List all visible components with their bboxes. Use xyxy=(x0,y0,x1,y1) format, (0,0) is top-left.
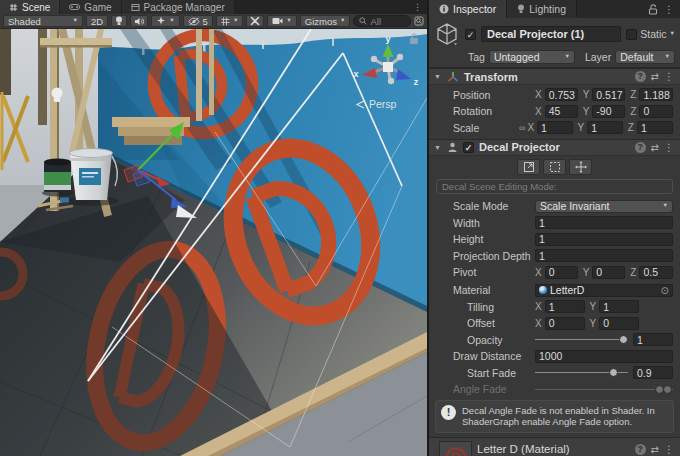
material-thumbnail[interactable] xyxy=(439,441,472,456)
foldout-icon[interactable]: ▼ xyxy=(433,144,442,151)
kebab-icon[interactable]: ⋮ xyxy=(664,142,674,153)
start-fade-slider[interactable] xyxy=(535,366,628,379)
offset-x-field[interactable]: 0 xyxy=(545,317,585,330)
width-field[interactable]: 1 xyxy=(535,216,673,229)
static-toggle[interactable]: Static ▼ xyxy=(626,28,675,40)
kebab-icon[interactable]: ⋮ xyxy=(664,71,674,82)
tab-lighting[interactable]: Lighting xyxy=(507,0,577,18)
scene-viewport[interactable]: y x z Persp xyxy=(0,29,427,456)
axis-z-label: Z xyxy=(630,89,636,100)
tag-value: Untagged xyxy=(494,51,561,63)
unity-editor-window: Scene Game Package Manager ⋮ Shaded ▼ 2D xyxy=(0,0,680,456)
object-picker-icon[interactable]: ⊙ xyxy=(661,285,669,296)
chevron-down-icon: ▼ xyxy=(670,31,675,37)
projection-depth-field[interactable]: 1 xyxy=(535,249,673,262)
kebab-icon[interactable]: ⋮ xyxy=(664,444,674,455)
gameobject-cube-icon[interactable] xyxy=(434,21,460,47)
preset-icon[interactable]: ⇄ xyxy=(651,71,659,82)
tab-game-label: Game xyxy=(84,2,111,13)
tab-inspector[interactable]: Inspector xyxy=(429,0,507,18)
pivot-x-field[interactable]: 0 xyxy=(545,266,578,279)
axis-y-label: Y xyxy=(590,301,597,312)
crop-edit-mode-button[interactable] xyxy=(543,159,566,175)
preset-icon[interactable]: ⇄ xyxy=(651,444,659,455)
tab-scene[interactable]: Scene xyxy=(0,0,60,14)
gizmos-dropdown[interactable]: Gizmos ▼ xyxy=(300,15,351,27)
chevron-down-icon: ▼ xyxy=(169,18,174,24)
scale-mode-dropdown[interactable]: Scale Invariant ▼ xyxy=(535,200,673,213)
angle-fade-slider xyxy=(535,383,673,396)
tab-inspector-label: Inspector xyxy=(453,3,496,15)
gameobject-name-field[interactable]: Decal Projector (1) xyxy=(481,26,621,42)
pivot-z-field[interactable]: 0.5 xyxy=(639,266,673,279)
scale-edit-mode-button[interactable] xyxy=(517,159,540,175)
axis-y-label: Y xyxy=(583,106,590,117)
light-bulb-icon xyxy=(517,4,525,14)
help-icon[interactable]: ? xyxy=(635,142,646,153)
height-field[interactable]: 1 xyxy=(535,233,673,246)
search-window-icon[interactable] xyxy=(414,16,424,26)
pivot-edit-mode-button[interactable] xyxy=(569,159,592,175)
help-icon[interactable]: ? xyxy=(635,444,646,455)
tab-package-manager[interactable]: Package Manager xyxy=(122,0,235,14)
gameobject-header: ✓ Decal Projector (1) Static ▼ Tag Untag… xyxy=(429,18,680,68)
material-row: Material LetterD ⊙ xyxy=(453,284,673,297)
scene-grid-dropdown[interactable]: ▼ xyxy=(216,15,243,27)
search-icon xyxy=(359,17,367,25)
scene-tools-button[interactable] xyxy=(246,15,264,27)
layer-dropdown[interactable]: Default ▼ xyxy=(615,50,675,64)
material-object-field[interactable]: LetterD ⊙ xyxy=(535,284,673,297)
scene-toolbar: Shaded ▼ 2D ▼ 5 ▼ xyxy=(0,14,427,29)
scale-z-field[interactable]: 1 xyxy=(637,121,673,134)
rotation-z-field[interactable]: 0 xyxy=(639,105,673,118)
tag-dropdown[interactable]: Untagged ▼ xyxy=(489,50,575,64)
pivot-y-field[interactable]: 0 xyxy=(592,266,625,279)
opacity-slider[interactable] xyxy=(535,333,628,346)
opacity-field[interactable]: 1 xyxy=(633,333,673,346)
tiling-y-field[interactable]: 1 xyxy=(599,300,639,313)
static-checkbox[interactable] xyxy=(626,29,637,40)
scene-visibility-toggle[interactable]: 5 xyxy=(183,15,213,27)
axis-center-cube[interactable] xyxy=(383,62,393,72)
start-fade-field[interactable]: 0.9 xyxy=(633,366,673,379)
warning-icon: ! xyxy=(441,405,456,420)
decal-projector-header[interactable]: ▼ ✓ Decal Projector ? ⇄ ⋮ xyxy=(429,139,680,156)
position-x-field[interactable]: 0.753 xyxy=(545,88,578,101)
offset-y-field[interactable]: 0 xyxy=(599,317,639,330)
tab-game[interactable]: Game xyxy=(60,0,121,14)
scene-pane-menu-icon[interactable]: ⋮ xyxy=(408,0,427,14)
decal-projector-component: ▼ ✓ Decal Projector ? ⇄ ⋮ xyxy=(429,139,680,438)
scene-effects-toggle[interactable]: ▼ xyxy=(151,15,179,27)
preset-icon[interactable]: ⇄ xyxy=(651,142,659,153)
inspector-menu-icon[interactable]: ⋮ xyxy=(664,4,674,15)
draw-mode-label: Shaded xyxy=(8,16,70,27)
active-checkbox[interactable]: ✓ xyxy=(465,29,476,40)
draw-mode-dropdown[interactable]: Shaded ▼ xyxy=(3,15,83,27)
chevron-down-icon: ▼ xyxy=(564,54,569,60)
scale-y-field[interactable]: 1 xyxy=(587,121,623,134)
link-scale-icon[interactable]: ∞ xyxy=(519,123,525,133)
2d-toggle-button[interactable]: 2D xyxy=(86,15,108,27)
gamepad-icon xyxy=(69,3,80,11)
transform-header[interactable]: ▼ Transform ? ⇄ ⋮ xyxy=(429,68,680,85)
scene-audio-toggle[interactable] xyxy=(130,15,148,27)
help-icon[interactable]: ? xyxy=(635,71,646,82)
scene-search-input[interactable]: All xyxy=(353,15,411,27)
rotation-x-field[interactable]: 45 xyxy=(545,105,578,118)
position-y-field[interactable]: 0.517 xyxy=(592,88,625,101)
axis-x-label: X xyxy=(535,267,542,278)
offset-label: Offset xyxy=(453,317,535,329)
scale-x-field[interactable]: 1 xyxy=(537,121,573,134)
width-label: Width xyxy=(453,217,535,229)
unlock-icon[interactable] xyxy=(648,4,658,15)
foldout-icon[interactable]: ▼ xyxy=(433,73,442,80)
grid-snap-icon xyxy=(221,17,230,26)
scene-lighting-toggle[interactable] xyxy=(111,15,127,27)
tiling-x-field[interactable]: 1 xyxy=(545,300,585,313)
draw-distance-field[interactable]: 1000 xyxy=(535,350,673,363)
component-enabled-checkbox[interactable]: ✓ xyxy=(463,142,474,153)
decal-edit-modes xyxy=(429,159,680,175)
position-z-field[interactable]: 1.188 xyxy=(639,88,673,101)
scene-camera-dropdown[interactable]: ▼ xyxy=(267,15,296,27)
rotation-y-field[interactable]: -90 xyxy=(592,105,625,118)
